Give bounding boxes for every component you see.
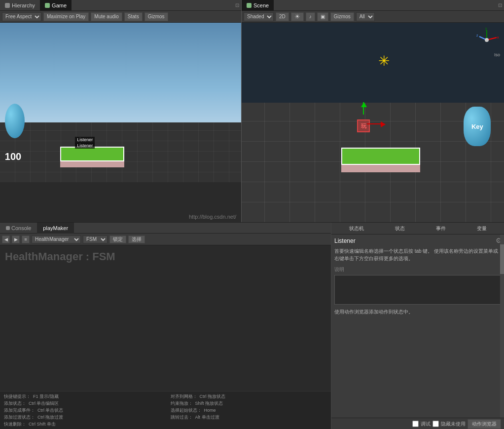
mute-button[interactable]: Mute audio: [91, 12, 122, 21]
scene-tab-bar: Scene ⊡: [242, 0, 504, 11]
game-toolbar: Free Aspect Maximize on Play Mute audio …: [0, 11, 241, 23]
scene-resize[interactable]: ⊡: [498, 2, 504, 8]
right-panel-content: ⚙ Listener 首要快速编辑名称选择一个状态后按 tab 键。 使用该名称…: [331, 234, 504, 418]
scene-platform: [341, 148, 420, 172]
pm-shortcuts: 快捷键提示： F1 显示/隐藏 对齐到网格： Ctrl 拖放状态 添加状态： C…: [0, 391, 331, 429]
action-text: 使用动作浏览器添加动作到状态中。: [334, 309, 501, 315]
listener-label-1: Listener: [75, 137, 95, 143]
tab-variables[interactable]: 变量: [474, 224, 490, 233]
platform-green: [60, 147, 124, 161]
game-viewport: 100 Listener Listener http://blog.csdn.n…: [0, 23, 241, 222]
scrollbar-thumb[interactable]: [500, 244, 504, 274]
state-title: Listener: [334, 237, 501, 244]
bottom-tab-bar: Console playMaker: [0, 223, 331, 234]
scene-key-object: Key: [464, 107, 491, 146]
svg-text:x: x: [497, 36, 499, 39]
player-container: 玩: [357, 119, 370, 132]
tab-hierarchy[interactable]: Hierarchy: [0, 0, 40, 11]
scene-sky: [242, 23, 504, 107]
tab-events[interactable]: 事件: [433, 224, 449, 233]
audio-button[interactable]: ♪: [306, 12, 315, 21]
tab-statemachine[interactable]: 状态机: [346, 224, 367, 233]
player-object: 玩: [357, 119, 370, 132]
hide-checkbox-row: 隐藏未使用: [432, 421, 466, 428]
description-field[interactable]: [334, 275, 501, 305]
console-icon: [6, 226, 10, 230]
score-display: 100: [5, 151, 21, 162]
panel-resize[interactable]: ⊡: [235, 2, 241, 8]
svg-point-6: [485, 38, 489, 42]
game-icon: [45, 3, 50, 8]
game-sky: [0, 23, 241, 132]
scene-sun-icon: ✳: [378, 53, 390, 69]
arrow-right: [367, 123, 382, 124]
fsm-select[interactable]: FSM: [83, 235, 108, 243]
hide-label: 隐藏未使用: [441, 421, 466, 428]
right-panel: 状态机 状态 事件 变量 ⚙ Listener 首要快速编辑名称选择一个状态后按…: [331, 223, 504, 429]
debug-label: 调试: [421, 421, 431, 428]
player-pill: [5, 104, 25, 138]
gizmo-widget: x y z: [474, 28, 499, 52]
stats-button[interactable]: Stats: [124, 12, 143, 21]
game-platform: Listener Listener: [60, 147, 124, 166]
pm-prev-button[interactable]: ◀: [2, 235, 10, 243]
tab-console[interactable]: Console: [0, 223, 37, 234]
playmaker-panel: Console playMaker ◀ ▶ ≡ HealthManager FS…: [0, 223, 331, 429]
debug-checkbox-row: 调试: [412, 421, 431, 428]
scene-icon: [247, 3, 252, 8]
tab-scene[interactable]: Scene: [242, 0, 274, 11]
arrow-right-head: [381, 121, 386, 127]
tab-state[interactable]: 状态: [392, 224, 408, 233]
fx-button[interactable]: ▣: [317, 12, 328, 21]
action-browser-button[interactable]: 动作浏览器: [468, 419, 501, 429]
iso-label: Iso: [494, 52, 500, 57]
scene-toolbar: Shaded 2D ☀ ♪ ▣ Gizmos All: [242, 11, 504, 23]
pm-next-button[interactable]: ▶: [12, 235, 20, 243]
fsm-object-select[interactable]: HealthManager: [32, 235, 81, 243]
platform-base: [60, 161, 124, 167]
playmaker-canvas[interactable]: HealthManager : FSM: [0, 245, 331, 429]
scene-platform-green: [341, 148, 420, 165]
pm-menu-button[interactable]: ≡: [22, 235, 30, 243]
state-description-prompt: 首要快速编辑名称选择一个状态后按 tab 键。 使用该名称旁边的设置菜单或右键单…: [334, 247, 501, 262]
right-panel-tabs: 状态机 状态 事件 变量: [331, 223, 504, 234]
select-button[interactable]: 选择: [128, 235, 145, 243]
hierarchy-icon: [5, 3, 10, 8]
scene-panel: Scene ⊡ Shaded 2D ☀ ♪ ▣ Gizmos All: [242, 0, 504, 222]
shaded-select[interactable]: Shaded: [244, 12, 274, 21]
listener-label-2: Listener: [75, 143, 95, 149]
scene-viewport: x y z Iso ✳: [242, 23, 504, 222]
svg-text:z: z: [476, 34, 478, 37]
layer-select[interactable]: All: [356, 12, 375, 21]
top-section: Hierarchy Game ⊡ Free Aspect Maximize on…: [0, 0, 504, 222]
game-tab-bar: Hierarchy Game ⊡: [0, 0, 241, 11]
right-scrollbar[interactable]: [500, 234, 504, 418]
label-shuo-ming: 说明: [334, 266, 501, 273]
2d-button[interactable]: 2D: [276, 12, 289, 21]
playmaker-toolbar: ◀ ▶ ≡ HealthManager FSM 锁定 选择: [0, 234, 331, 245]
tab-playmaker[interactable]: playMaker: [37, 223, 74, 234]
gizmos-button[interactable]: Gizmos: [144, 12, 168, 21]
tab-game[interactable]: Game: [40, 0, 72, 11]
scene-gizmos-button[interactable]: Gizmos: [330, 12, 354, 21]
game-panel: Hierarchy Game ⊡ Free Aspect Maximize on…: [0, 0, 242, 222]
debug-checkbox[interactable]: [412, 421, 419, 427]
hide-checkbox[interactable]: [432, 421, 439, 427]
pm-title: HealthManager : FSM: [5, 250, 115, 263]
watermark-text: http://blog.csdn.net/: [189, 214, 236, 220]
right-panel-bottom: 调试 隐藏未使用 动作浏览器: [331, 418, 504, 429]
scene-platform-base: [341, 165, 420, 172]
bottom-section: Console playMaker ◀ ▶ ≡ HealthManager FS…: [0, 222, 504, 429]
aspect-select[interactable]: Free Aspect: [2, 12, 41, 21]
lock-button[interactable]: 锁定: [109, 235, 126, 243]
maximize-button[interactable]: Maximize on Play: [43, 12, 89, 21]
sun-button[interactable]: ☀: [291, 12, 304, 21]
arrow-up-head: [361, 102, 367, 107]
